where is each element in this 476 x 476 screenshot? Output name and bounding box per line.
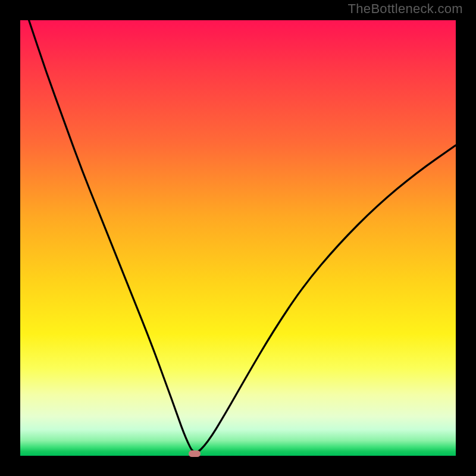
chart-frame: TheBottleneck.com <box>0 0 476 476</box>
watermark-text: TheBottleneck.com <box>348 1 463 17</box>
min-notch-marker <box>189 450 201 457</box>
curve-layer <box>0 0 476 476</box>
bottleneck-curve <box>29 20 456 452</box>
